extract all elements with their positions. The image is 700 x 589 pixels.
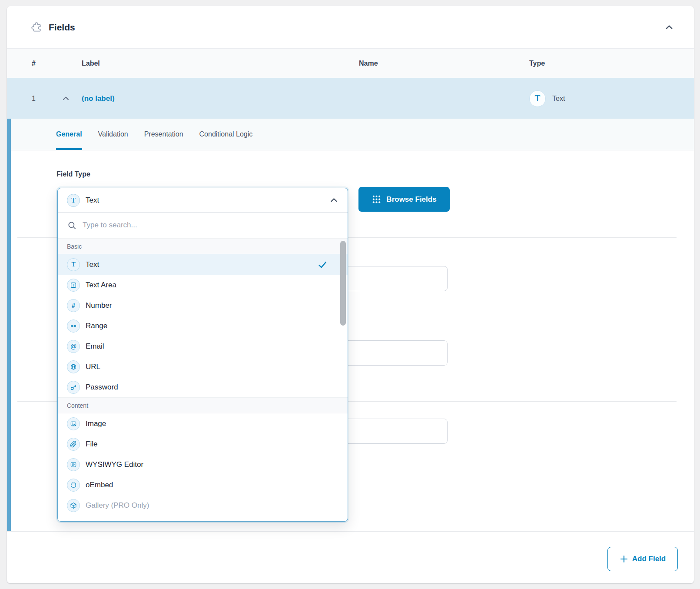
- search-icon: [67, 221, 76, 230]
- dropdown-item-text-area[interactable]: T Text Area: [58, 275, 348, 295]
- panel-footer: Add Field: [7, 531, 694, 583]
- dropdown-item-file[interactable]: File: [58, 434, 348, 454]
- panel-collapse-button[interactable]: [663, 21, 676, 34]
- dropdown-item-wysiwyg-editor[interactable]: WYSIWYG Editor: [58, 454, 348, 475]
- search-input[interactable]: [83, 221, 338, 230]
- table-row[interactable]: 1 (no label) T Text: [7, 78, 694, 119]
- fields-panel: Fields # Label Name Type 1 (no label): [7, 6, 694, 583]
- dropdown-item-number[interactable]: # Number: [58, 295, 348, 316]
- dropdown-item-gallery-pro-only[interactable]: Gallery (PRO Only): [58, 495, 348, 516]
- browse-fields-button[interactable]: Browse Fields: [358, 187, 450, 212]
- dropdown-search-row: [58, 213, 348, 238]
- text-type-icon: T: [67, 194, 80, 207]
- general-tab-content: Field Type T Text: [11, 150, 694, 531]
- email-icon: @: [67, 340, 80, 353]
- selected-field-type: Text: [86, 196, 99, 205]
- dropdown-item-image[interactable]: Image: [58, 413, 348, 434]
- tab-validation[interactable]: Validation: [98, 119, 128, 150]
- dropdown-item-email[interactable]: @ Email: [58, 336, 348, 356]
- tab-conditional-logic[interactable]: Conditional Logic: [199, 119, 253, 150]
- text-icon: T: [67, 258, 80, 271]
- row-type-cell: T Text: [529, 90, 694, 107]
- panel-header: Fields: [7, 6, 694, 48]
- svg-text:T: T: [73, 283, 75, 287]
- fields-table-header: # Label Name Type: [7, 48, 694, 78]
- row-number: 1: [32, 95, 60, 103]
- column-name: Name: [359, 60, 529, 67]
- number-icon: #: [67, 299, 80, 312]
- row-collapse-button[interactable]: [60, 93, 72, 104]
- url-icon: [67, 360, 80, 373]
- column-number: #: [32, 60, 82, 67]
- chevron-up-icon: [329, 196, 338, 205]
- browse-fields-label: Browse Fields: [386, 195, 436, 204]
- dropdown-group: Content Image File WYSIWYG Editor oEmbed…: [58, 397, 348, 516]
- add-field-label: Add Field: [632, 555, 666, 563]
- tab-presentation[interactable]: Presentation: [144, 119, 183, 150]
- dropdown-group: Basic T Text T Text Area # Number Range …: [58, 238, 348, 397]
- column-type: Type: [529, 60, 694, 67]
- column-label: Label: [82, 60, 359, 67]
- tab-general[interactable]: General: [56, 119, 82, 150]
- range-icon: [67, 319, 80, 333]
- plus-icon: [620, 555, 628, 563]
- dropdown-group-header: Content: [58, 397, 348, 413]
- dropdown-item-password[interactable]: Password: [58, 377, 348, 397]
- gallery-icon: [67, 499, 80, 512]
- field-type-select-popup: T Text Basic: [57, 188, 348, 522]
- chevron-up-icon: [664, 23, 674, 32]
- tabs: GeneralValidationPresentationConditional…: [11, 119, 694, 150]
- dropdown-group-header: Basic: [58, 238, 348, 254]
- field-type-list: Basic T Text T Text Area # Number Range …: [58, 238, 348, 521]
- text-area-icon: T: [67, 279, 80, 292]
- field-settings: GeneralValidationPresentationConditional…: [7, 119, 694, 531]
- oembed-icon: [67, 479, 80, 492]
- page-title: Fields: [49, 22, 75, 33]
- field-type-label: Field Type: [56, 170, 90, 178]
- field-label-link[interactable]: (no label): [82, 94, 359, 103]
- wysiwyg-icon: [67, 458, 80, 471]
- row-type-label: Text: [552, 95, 565, 103]
- check-icon: [318, 260, 327, 270]
- image-icon: [67, 417, 80, 430]
- grid-icon: [372, 194, 382, 204]
- dropdown-item-oembed[interactable]: oEmbed: [58, 475, 348, 495]
- chevron-up-icon: [62, 94, 70, 103]
- add-field-button[interactable]: Add Field: [607, 547, 678, 571]
- dropdown-item-url[interactable]: URL: [58, 356, 348, 377]
- field-type-select[interactable]: T Text: [58, 188, 348, 213]
- dropdown-item-range[interactable]: Range: [58, 316, 348, 336]
- password-icon: [67, 381, 80, 394]
- puzzle-icon: [31, 22, 42, 33]
- text-type-icon: T: [529, 90, 546, 107]
- dropdown-item-text[interactable]: T Text: [58, 254, 348, 275]
- dropdown-scrollbar-thumb[interactable]: [340, 241, 346, 326]
- file-icon: [67, 438, 80, 451]
